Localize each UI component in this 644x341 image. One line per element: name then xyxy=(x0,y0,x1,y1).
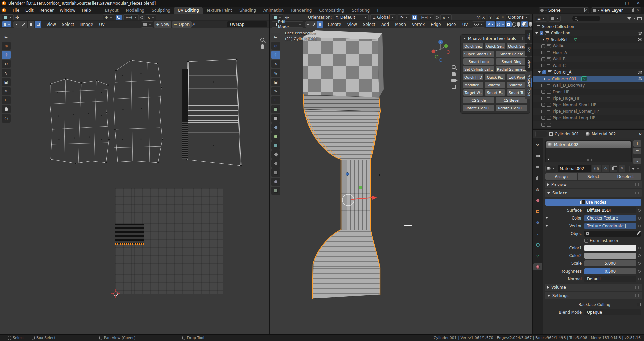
snap-toggle[interactable] xyxy=(412,15,417,20)
uv-tool-measure[interactable]: ∟ xyxy=(2,96,11,104)
overlays-toggle[interactable]: ◎ xyxy=(496,21,505,27)
hide-icon[interactable] xyxy=(638,71,642,74)
uv-falloff-dropdown[interactable]: ∧ xyxy=(145,14,156,20)
hide-icon[interactable] xyxy=(638,38,642,41)
maximize-button[interactable]: ▢ xyxy=(621,0,633,7)
face-select-button[interactable] xyxy=(317,21,323,28)
collection-checkbox[interactable] xyxy=(541,51,545,54)
blend-mode-dropdown[interactable]: Opaque xyxy=(584,309,641,315)
uv-edge-select-button[interactable] xyxy=(20,21,28,28)
tab-layout[interactable]: Layout xyxy=(101,7,122,14)
preview-panel-header[interactable]: Preview xyxy=(545,181,642,188)
hide-icon[interactable] xyxy=(638,77,642,80)
properties-editor-type-dropdown[interactable]: ☰ xyxy=(535,131,547,137)
maxivz-button[interactable]: Wirefra.. xyxy=(485,82,505,88)
tool-annotate[interactable]: ✎ xyxy=(271,87,280,95)
pin-icon[interactable]: ⚲ xyxy=(192,22,196,27)
tab-compositing[interactable]: Compositing xyxy=(315,7,348,14)
surface-panel-header[interactable]: Surface xyxy=(545,189,642,197)
shading-wireframe-button[interactable] xyxy=(512,22,516,27)
uv-tool-relax[interactable]: ◌ xyxy=(2,114,11,123)
collection-checkbox[interactable] xyxy=(542,70,546,74)
tool-rotate[interactable]: ↻ xyxy=(271,60,280,68)
uv-map-field[interactable]: UVMap xyxy=(227,21,267,27)
gizmos-toggle[interactable]: ↗ xyxy=(486,21,495,27)
material-slot-item[interactable]: Material.002 xyxy=(546,141,631,148)
tab-particles[interactable]: ⁘ xyxy=(533,230,542,237)
maxivz-button[interactable]: CS Bevel xyxy=(496,97,527,103)
maxivz-button[interactable]: Smart Loop xyxy=(463,58,494,65)
axis-navigation-gizmo[interactable]: Z xyxy=(430,37,453,63)
uv-active-tool-dropdown[interactable] xyxy=(2,14,14,20)
filter-icon[interactable] xyxy=(627,17,631,20)
menu-mesh[interactable]: Mesh xyxy=(392,22,409,27)
outliner-row-pipe-normal-short-hp[interactable]: Pipe_Normal_Short_HP xyxy=(533,102,644,108)
mirror-y-button[interactable]: Y xyxy=(488,15,493,20)
object-field[interactable] xyxy=(584,231,641,237)
uv-canvas[interactable]: ► ⊕ ✢ ↻ ↔ ▣ ✎ ∟ ◌ xyxy=(0,28,269,334)
outliner-row-cylinder-001[interactable]: ▽ Cylinder.001 ▽ xyxy=(533,76,644,82)
tab-tool[interactable]: ⚒ xyxy=(533,142,542,148)
uv-tool-rotate[interactable]: ↻ xyxy=(2,60,11,68)
falloff-dropdown[interactable]: ∧ xyxy=(440,14,452,20)
outliner-row-wall-c[interactable]: Wall_C xyxy=(533,62,644,69)
expand-icon[interactable] xyxy=(544,78,546,80)
tab-animation[interactable]: Animation xyxy=(260,7,287,14)
tool-transform[interactable]: ▣ xyxy=(271,78,280,86)
tab-physics[interactable] xyxy=(533,241,542,248)
sidebar-tab-item[interactable]: Item xyxy=(525,30,532,43)
maxivz-button[interactable]: Quick Pi.. xyxy=(485,74,505,80)
hide-icon[interactable] xyxy=(638,32,642,35)
material-name-field[interactable]: Material.002 xyxy=(558,165,591,172)
tab-object[interactable] xyxy=(533,208,542,215)
unlink-material-icon[interactable]: ✕ xyxy=(619,165,625,172)
uv-proportional-toggle[interactable] xyxy=(140,16,143,19)
breadcrumb-material[interactable]: Material.002 xyxy=(592,132,616,136)
tab-world[interactable] xyxy=(533,197,542,204)
orientation-dropdown[interactable]: ⇅Default xyxy=(334,14,369,20)
new-scene-icon[interactable] xyxy=(580,9,583,12)
uv-pivot-dropdown[interactable]: ⊙ xyxy=(103,14,114,20)
add-workspace-button[interactable]: + xyxy=(373,7,382,14)
collapse-icon[interactable] xyxy=(545,217,548,219)
menu-edge[interactable]: Edge xyxy=(428,22,443,27)
tab-uv-editing[interactable]: UV Editing xyxy=(174,7,203,14)
tool-tweak[interactable]: ► xyxy=(271,33,280,41)
outliner-row-wall-b[interactable]: Wall_B xyxy=(533,56,644,63)
uv-tool-annotate[interactable]: ✎ xyxy=(2,87,11,95)
tool-cursor[interactable]: ⊕ xyxy=(271,42,280,50)
tool-loopcut[interactable] xyxy=(271,141,280,150)
tab-sculpting[interactable]: Sculpting xyxy=(148,7,174,14)
uv-tool-cursor[interactable]: ⊕ xyxy=(2,42,11,50)
uv-tool-scale[interactable]: ↔ xyxy=(2,69,11,77)
breadcrumb-object[interactable]: Cylinder.001 xyxy=(555,132,579,136)
outliner-row-collection[interactable]: Collection xyxy=(533,30,644,37)
outliner-search-input[interactable] xyxy=(572,16,600,21)
menu-create[interactable]: Create xyxy=(325,22,344,27)
close-icon[interactable]: ✕ xyxy=(637,8,640,13)
close-button[interactable]: ✕ xyxy=(633,0,644,7)
add-slot-button[interactable]: + xyxy=(633,140,641,147)
maxivz-button[interactable]: Quick Se.. xyxy=(463,43,483,49)
vertex-select-button[interactable] xyxy=(305,21,311,28)
tab-texture-paint[interactable]: Texture Paint xyxy=(203,7,236,14)
camera-view-icon[interactable] xyxy=(451,79,456,82)
tool-spin[interactable] xyxy=(271,168,280,177)
sidebar-scrollbar[interactable] xyxy=(531,78,532,87)
tool-smooth[interactable] xyxy=(271,178,280,186)
shading-material-button[interactable] xyxy=(521,21,528,27)
uv-snap-toggle[interactable] xyxy=(116,15,122,20)
outliner-row-scaleref[interactable]: ▽ ScaleRef ▽ xyxy=(533,36,644,43)
collection-checkbox[interactable] xyxy=(541,64,545,67)
expand-icon[interactable] xyxy=(535,32,538,34)
outliner-row-pipe-normal-long-hp[interactable]: Pipe_Normal_Long_HP xyxy=(533,115,644,121)
browse-material-dropdown[interactable] xyxy=(545,166,556,172)
collection-checkbox[interactable] xyxy=(541,57,545,61)
image-new-button[interactable]: +New xyxy=(154,21,171,28)
tab-output[interactable] xyxy=(533,164,542,170)
tool-poly-build[interactable] xyxy=(271,159,280,168)
tool-move[interactable]: ✢ xyxy=(271,51,280,59)
maxivz-button[interactable]: Quick FFD xyxy=(463,74,483,80)
sidebar-tab-tool[interactable]: Tool xyxy=(525,44,532,56)
maxivz-panel-header[interactable]: Maxivz Interactive Tools xyxy=(461,35,530,42)
